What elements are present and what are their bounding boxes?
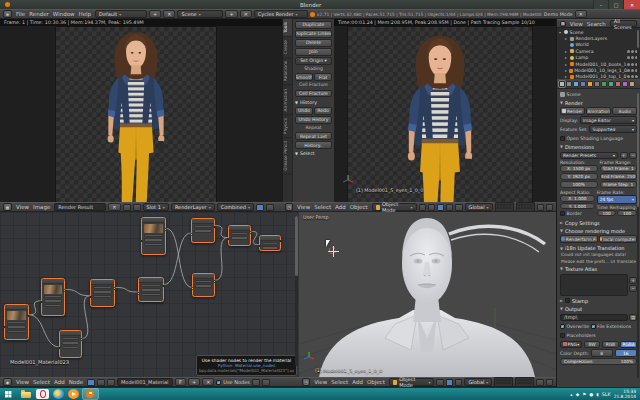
end-frame-field[interactable]: End Frame: 250 <box>600 173 638 180</box>
blender-icon[interactable] <box>83 389 98 399</box>
file-extensions-checkbox[interactable]: ✓ <box>591 324 596 329</box>
snap-icon[interactable] <box>252 379 260 386</box>
image-editor-type-icon[interactable]: ▦ <box>3 203 12 211</box>
menu-add[interactable]: Add <box>52 379 67 385</box>
scene-delete-button[interactable]: ✕ <box>240 10 252 18</box>
render-layer-dropdown[interactable]: RenderLayer▾ <box>171 203 215 211</box>
orientation-dropdown[interactable]: Global▾ <box>464 378 492 386</box>
material-datablock[interactable]: Model001_Material <box>117 378 173 386</box>
feature-set-dropdown[interactable]: Supported▾ <box>589 125 637 132</box>
menu-select[interactable]: Select <box>312 204 333 210</box>
layout-dropdown[interactable]: Default▾ <box>95 10 147 18</box>
snap-magnet-icon[interactable] <box>536 379 543 386</box>
scene-add-button[interactable]: + <box>225 10 237 18</box>
dimensions-panel-header[interactable]: ▼ Dimensions <box>560 144 637 150</box>
output-socket[interactable] <box>164 228 167 231</box>
menu-object[interactable]: Object <box>348 204 370 210</box>
select-panel-header[interactable]: ▼ Select <box>295 150 332 157</box>
tray-network-icon[interactable]: ● <box>589 392 593 397</box>
menu-add[interactable]: Add <box>350 379 365 385</box>
tab-scene[interactable] <box>573 81 579 87</box>
shader-node[interactable] <box>228 225 251 246</box>
maximize-button[interactable]: □ <box>608 0 623 9</box>
draw-channels-icon[interactable] <box>256 204 264 211</box>
output-socket[interactable] <box>80 338 83 341</box>
node-editor-scrollbar[interactable] <box>295 216 298 366</box>
input-socket[interactable] <box>40 301 43 304</box>
history-panel-header[interactable]: ▼ History <box>295 99 332 106</box>
file-explorer-icon[interactable] <box>19 389 32 399</box>
fake-user-button[interactable]: F <box>175 378 186 386</box>
tray-volume-icon[interactable]: ◖ <box>596 392 598 397</box>
compositing-nodes-icon[interactable] <box>97 379 105 386</box>
input-socket[interactable] <box>58 347 61 350</box>
rgba-button[interactable]: RGBA <box>620 341 637 348</box>
rgb-button[interactable]: RGB <box>602 341 619 348</box>
scale-manipulator-icon[interactable] <box>455 204 462 211</box>
stamp-panel-header[interactable]: ► Stamp <box>560 298 637 304</box>
menu-select[interactable]: Select <box>329 379 350 385</box>
mode-dropdown[interactable]: Object Mode▾ <box>389 378 435 386</box>
media-player-icon[interactable] <box>68 389 79 399</box>
toolshelf-tab-physics[interactable]: Physics <box>283 115 292 138</box>
output-socket[interactable] <box>63 289 66 292</box>
menu-view[interactable]: View <box>568 21 585 27</box>
tray-flag-icon[interactable]: ⚑ <box>582 392 586 397</box>
remap-old-field[interactable]: 100 <box>597 210 617 217</box>
input-socket[interactable] <box>191 287 194 290</box>
start-frame-field[interactable]: Start Frame: 1 <box>600 165 638 172</box>
animation-button[interactable]: Animation <box>586 107 611 114</box>
menu-image[interactable]: Image <box>31 204 52 210</box>
tray-show-hidden-icon[interactable]: ▴ <box>570 392 572 397</box>
output-socket[interactable] <box>113 287 116 290</box>
shader-node[interactable] <box>138 277 164 302</box>
file-format-dropdown[interactable]: PNG▾ <box>560 341 582 348</box>
scene-dropdown[interactable]: Scene▾ <box>177 10 223 18</box>
input-socket[interactable] <box>140 240 143 243</box>
atlas-add-button[interactable]: + <box>629 277 637 284</box>
duplicate-button[interactable]: Duplicate <box>295 21 332 29</box>
shader-node[interactable] <box>141 217 166 255</box>
viewport-editor-type-icon[interactable]: ◳ <box>285 203 293 211</box>
menu-render[interactable]: Render <box>27 11 51 17</box>
folder-icon[interactable]: ▤ <box>629 314 637 321</box>
menu-help[interactable]: Help <box>77 11 94 17</box>
output-socket[interactable] <box>213 280 216 283</box>
demo-mode-close-icon[interactable]: ✕ <box>575 10 587 18</box>
aspect-y-field[interactable]: Y: 1.000 <box>560 203 595 210</box>
repeat-last-button[interactable]: Repeat Last <box>295 132 332 140</box>
remap-new-field[interactable]: 100 <box>617 210 637 217</box>
outliner-scrollbar[interactable] <box>637 30 640 76</box>
depth-16-button[interactable]: 16 <box>615 349 638 356</box>
aspect-x-field[interactable]: X: 1.000 <box>560 195 595 202</box>
toolshelf-tab-animation[interactable]: Animation <box>283 86 292 115</box>
placeholders-checkbox[interactable] <box>560 333 565 338</box>
render-button[interactable]: Render <box>560 107 585 114</box>
viewport-shading-icon[interactable] <box>436 379 443 386</box>
border-checkbox[interactable] <box>560 211 565 216</box>
toolshelf-tab-create[interactable]: Create <box>283 37 292 59</box>
osl-checkbox[interactable] <box>560 136 565 141</box>
tab-data[interactable] <box>608 81 614 87</box>
menu-node[interactable]: Node <box>67 379 85 385</box>
orientation-dropdown[interactable]: Global▾ <box>465 203 493 211</box>
mode-dropdown[interactable]: Object Mode▾ <box>372 203 417 211</box>
tab-world[interactable] <box>580 81 586 87</box>
layout-delete-button[interactable]: ✕ <box>163 10 175 18</box>
input-socket[interactable] <box>258 245 261 248</box>
redo-button[interactable]: Redo <box>314 107 332 115</box>
menu-select[interactable]: Select <box>31 379 52 385</box>
tab-texture[interactable] <box>622 81 628 87</box>
rotate-manipulator-icon[interactable] <box>455 379 462 386</box>
atlas-remove-button[interactable]: − <box>629 285 637 292</box>
menu-view[interactable]: View <box>312 379 329 385</box>
output-socket[interactable] <box>279 240 282 243</box>
tab-render[interactable] <box>559 81 565 87</box>
menu-view[interactable]: View <box>14 204 31 210</box>
use-nodes-checkbox[interactable]: ✓ <box>216 380 221 385</box>
output-socket[interactable] <box>249 231 252 234</box>
render-engine-dropdown[interactable]: Cycles Render▾ <box>254 10 308 18</box>
output-socket[interactable] <box>162 285 165 288</box>
display-dropdown[interactable]: Image Editor▾ <box>580 116 637 123</box>
undo-history-button[interactable]: Undo History <box>295 116 332 124</box>
